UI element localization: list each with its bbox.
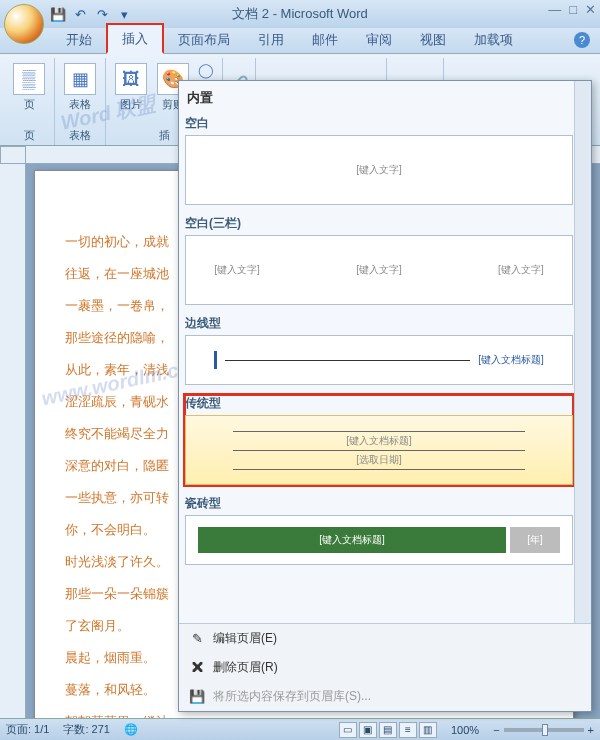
zoom-out-icon[interactable]: − [493, 724, 499, 736]
placeholder-text: [键入文档标题] [478, 353, 544, 367]
group-label: 表格 [69, 128, 91, 145]
tab-insert[interactable]: 插入 [106, 23, 164, 54]
gallery-item-tiles[interactable]: 瓷砖型 [键入文档标题] [年] [185, 495, 573, 565]
edit-header-item[interactable]: ✎ 编辑页眉(E) [179, 624, 591, 653]
print-layout-view[interactable]: ▭ [339, 722, 357, 738]
gallery-item-label: 瓷砖型 [185, 495, 573, 512]
placeholder-text: [年] [510, 527, 560, 553]
help-icon[interactable]: ? [574, 32, 590, 48]
outline-view[interactable]: ≡ [399, 722, 417, 738]
web-layout-view[interactable]: ▤ [379, 722, 397, 738]
gallery-item-label: 传统型 [185, 395, 573, 412]
tab-page-layout[interactable]: 页面布局 [164, 26, 244, 53]
placeholder-text: [键入文字] [356, 263, 402, 277]
gallery-preview: [键入文档标题] [185, 335, 573, 385]
btn-label: 图片 [120, 97, 142, 112]
office-button[interactable] [4, 4, 44, 44]
tab-review[interactable]: 审阅 [352, 26, 406, 53]
gallery-footer: ✎ 编辑页眉(E) 🗙 删除页眉(R) 💾 将所选内容保存到页眉库(S)... [179, 623, 591, 711]
gallery-item-label: 边线型 [185, 315, 573, 332]
picture-button[interactable]: 🖼 图片 [112, 63, 150, 123]
save-icon: 💾 [189, 689, 205, 705]
gallery-item-sideline[interactable]: 边线型 [键入文档标题] [185, 315, 573, 385]
qat-dropdown-icon[interactable]: ▾ [116, 6, 132, 22]
group-label: 插 [159, 128, 170, 145]
undo-icon[interactable]: ↶ [72, 6, 88, 22]
gallery-item-label: 空白(三栏) [185, 215, 573, 232]
placeholder-text: [键入文档标题] [198, 527, 506, 553]
group-pages: ▒ 页 页 [4, 58, 55, 145]
placeholder-text: [键入文字] [498, 263, 544, 277]
header-gallery: 内置 空白 [键入文字] 空白(三栏) [键入文字] [键入文字] [键入文字]… [178, 80, 592, 712]
page-indicator[interactable]: 页面: 1/1 [6, 722, 49, 737]
gallery-item-traditional[interactable]: 传统型 [键入文档标题] [选取日期] [185, 395, 573, 485]
edit-icon: ✎ [189, 631, 205, 647]
ruler-corner [0, 146, 26, 164]
word-count[interactable]: 字数: 271 [63, 722, 109, 737]
table-icon: ▦ [64, 63, 96, 95]
cover-page-button[interactable]: ▒ 页 [10, 63, 48, 123]
btn-label: 页 [24, 97, 35, 112]
gallery-preview: [键入文字] [键入文字] [键入文字] [185, 235, 573, 305]
draft-view[interactable]: ▥ [419, 722, 437, 738]
redo-icon[interactable]: ↷ [94, 6, 110, 22]
picture-icon: 🖼 [115, 63, 147, 95]
foot-label: 编辑页眉(E) [213, 630, 277, 647]
placeholder-text: [键入文字] [356, 163, 402, 177]
save-to-gallery-item[interactable]: 💾 将所选内容保存到页眉库(S)... [179, 682, 591, 711]
gallery-item-blank-3col[interactable]: 空白(三栏) [键入文字] [键入文字] [键入文字] [185, 215, 573, 305]
maximize-button[interactable]: □ [569, 2, 577, 17]
gallery-scroll[interactable]: 内置 空白 [键入文字] 空白(三栏) [键入文字] [键入文字] [键入文字]… [179, 81, 591, 623]
tab-mailings[interactable]: 邮件 [298, 26, 352, 53]
zoom-slider[interactable]: − + [493, 724, 594, 736]
zoom-in-icon[interactable]: + [588, 724, 594, 736]
minimize-button[interactable]: — [548, 2, 561, 17]
remove-icon: 🗙 [189, 660, 205, 676]
language-icon[interactable]: 🌐 [124, 723, 138, 736]
window-title: 文档 2 - Microsoft Word [232, 5, 368, 23]
remove-header-item[interactable]: 🗙 删除页眉(R) [179, 653, 591, 682]
close-button[interactable]: ✕ [585, 2, 596, 17]
title-bar: 💾 ↶ ↷ ▾ 文档 2 - Microsoft Word — □ ✕ [0, 0, 600, 28]
foot-label: 将所选内容保存到页眉库(S)... [213, 688, 371, 705]
ribbon-tabs: 开始 插入 页面布局 引用 邮件 审阅 视图 加载项 ? [0, 28, 600, 54]
zoom-level[interactable]: 100% [451, 724, 479, 736]
status-bar: 页面: 1/1 字数: 271 🌐 ▭ ▣ ▤ ≡ ▥ 100% − + [0, 718, 600, 740]
full-screen-view[interactable]: ▣ [359, 722, 377, 738]
gallery-item-blank[interactable]: 空白 [键入文字] [185, 115, 573, 205]
save-icon[interactable]: 💾 [50, 6, 66, 22]
placeholder-text: [键入文档标题] [233, 434, 526, 448]
foot-label: 删除页眉(R) [213, 659, 278, 676]
vertical-ruler[interactable] [0, 164, 26, 718]
gallery-item-label: 空白 [185, 115, 573, 132]
page-icon: ▒ [13, 63, 45, 95]
gallery-preview: [键入文档标题] [选取日期] [185, 415, 573, 485]
gallery-heading: 内置 [185, 85, 573, 113]
placeholder-text: [选取日期] [233, 451, 526, 470]
table-button[interactable]: ▦ 表格 [61, 63, 99, 123]
tab-addins[interactable]: 加载项 [460, 26, 527, 53]
gallery-preview: [键入文档标题] [年] [185, 515, 573, 565]
tab-view[interactable]: 视图 [406, 26, 460, 53]
placeholder-text: [键入文字] [214, 263, 260, 277]
view-buttons: ▭ ▣ ▤ ≡ ▥ [339, 722, 437, 738]
btn-label: 表格 [69, 97, 91, 112]
group-tables: ▦ 表格 表格 [55, 58, 106, 145]
tab-references[interactable]: 引用 [244, 26, 298, 53]
quick-access-toolbar: 💾 ↶ ↷ ▾ [50, 6, 132, 22]
window-controls: — □ ✕ [548, 2, 596, 17]
group-label: 页 [24, 128, 35, 145]
tab-home[interactable]: 开始 [52, 26, 106, 53]
shapes-icon[interactable]: ◯ [196, 60, 216, 80]
gallery-preview: [键入文字] [185, 135, 573, 205]
